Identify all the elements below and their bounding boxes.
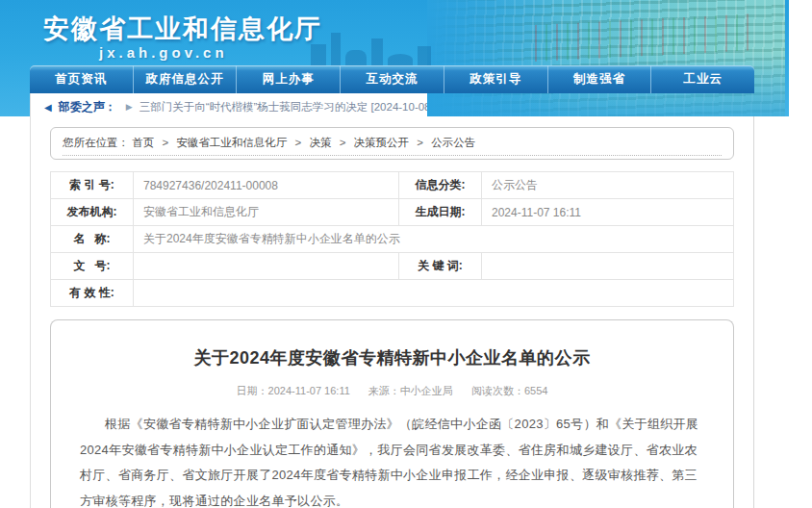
nav-item-interaction[interactable]: 互动交流: [340, 65, 444, 93]
article-meta: 日期：2024-11-07 16:11 来源：中小企业局 阅读次数：6554: [80, 384, 704, 398]
nav-item-home-news[interactable]: 首页资讯: [30, 65, 133, 93]
info-docnum-value: [134, 253, 399, 280]
document-info-table: 索 引 号: 784927436/202411-00008 信息分类: 公示公告…: [50, 171, 734, 307]
table-row: 文 号: 关 键 词:: [51, 253, 734, 280]
ticker-news-title: 三部门关于向“时代楷模”杨士莪同志学习的决定: [140, 101, 368, 113]
article-source: 来源：中小企业局: [368, 385, 453, 396]
nav-item-industry-cloud[interactable]: 工业云: [650, 65, 754, 93]
content-area: ◀ 部委之声： ▶ 三部门关于向“时代楷模”杨士莪同志学习的决定 [2024-1…: [30, 93, 754, 508]
info-agency-label: 发布机构:: [51, 199, 134, 226]
building-silhouette: [418, 46, 431, 65]
table-row: 索 引 号: 784927436/202411-00008 信息分类: 公示公告: [51, 172, 734, 199]
info-name-label: 名 称:: [51, 226, 134, 253]
building-silhouette: [331, 33, 341, 65]
building-silhouette: [388, 54, 413, 65]
nav-item-policy-guide[interactable]: 政策引导: [444, 65, 547, 93]
breadcrumb-separator: >: [417, 137, 423, 148]
ticker-news-date: [2024-10-08]: [371, 101, 434, 113]
arrow-right-icon: ▶: [126, 102, 133, 112]
info-gendate-label: 生成日期:: [399, 199, 482, 226]
info-keyword-value: [482, 253, 734, 280]
info-keyword-label: 关 键 词:: [399, 253, 482, 280]
page-canvas: 安徽省工业和信息化厅 jx.ah.gov.cn 首页资讯 政府信息公开 网上办事…: [0, 0, 812, 508]
article-source-label: 来源：: [368, 385, 400, 396]
speaker-icon: ◀: [44, 102, 52, 113]
article-paragraph: 根据《安徽省专精特新中小企业扩面认定管理办法》（皖经信中小企函〔2023〕65号…: [80, 412, 704, 508]
info-index-label: 索 引 号:: [51, 172, 134, 199]
table-row: 名 称: 关于2024年度安徽省专精特新中小企业名单的公示: [51, 226, 734, 253]
header-photo: [427, 0, 785, 116]
breadcrumb-pre-disclosure[interactable]: 决策预公开: [354, 137, 410, 148]
info-gendate-value: 2024-11-07 16:11: [482, 199, 734, 226]
article-views-value: 6554: [524, 385, 547, 396]
info-name-value: 关于2024年度安徽省专精特新中小企业名单的公示: [134, 226, 734, 253]
breadcrumb-separator: >: [340, 137, 346, 148]
article-views: 阅读次数：6554: [471, 385, 547, 396]
site-header: 安徽省工业和信息化厅 jx.ah.gov.cn: [30, 0, 754, 65]
breadcrumb-current: 公示公告: [431, 137, 475, 148]
nav-item-manufacturing-province[interactable]: 制造强省: [547, 65, 651, 93]
ticker-label: 部委之声：: [59, 99, 116, 115]
nav-item-online-services[interactable]: 网上办事: [236, 65, 340, 93]
building-silhouette: [371, 38, 383, 65]
table-row: 有 效 性:: [51, 280, 734, 307]
building-silhouette: [311, 44, 326, 65]
info-agency-value: 安徽省工业和信息化厅: [134, 199, 399, 226]
breadcrumb-line: 您所在位置： 首页 > 安徽省工业和信息化厅 > 决策 > 决策预公开 > 公示…: [63, 136, 722, 156]
nav-item-gov-info[interactable]: 政府信息公开: [133, 65, 237, 93]
info-category-label: 信息分类:: [399, 172, 482, 199]
breadcrumb-policy[interactable]: 决策: [309, 137, 331, 148]
breadcrumb-separator: >: [295, 137, 302, 148]
main-nav: 首页资讯 政府信息公开 网上办事 互动交流 政策引导 制造强省 工业云: [30, 65, 754, 93]
article-date: 日期：2024-11-07 16:11: [237, 385, 350, 396]
site-url: jx.ah.gov.cn: [99, 44, 228, 61]
info-docnum-label: 文 号:: [51, 253, 134, 280]
info-validity-value: [134, 280, 734, 307]
building-silhouette: [345, 50, 367, 65]
breadcrumb-separator: >: [162, 137, 168, 148]
article-box: 关于2024年度安徽省专精特新中小企业名单的公示 日期：2024-11-07 1…: [50, 319, 734, 508]
site-title: 安徽省工业和信息化厅: [43, 12, 322, 46]
ticker-news-link[interactable]: 三部门关于向“时代楷模”杨士莪同志学习的决定 [2024-10-08]: [140, 100, 434, 114]
info-validity-label: 有 效 性:: [51, 280, 134, 307]
city-skyline-silhouette: [311, 27, 431, 65]
page-column: 安徽省工业和信息化厅 jx.ah.gov.cn 首页资讯 政府信息公开 网上办事…: [30, 0, 754, 508]
breadcrumb-home[interactable]: 首页: [132, 137, 154, 148]
info-category-value: 公示公告: [482, 172, 734, 199]
article-date-value: 2024-11-07 16:11: [268, 385, 350, 396]
breadcrumb-label: 您所在位置：: [63, 137, 129, 148]
breadcrumb: 您所在位置： 首页 > 安徽省工业和信息化厅 > 决策 > 决策预公开 > 公示…: [50, 127, 734, 160]
breadcrumb-dept[interactable]: 安徽省工业和信息化厅: [176, 137, 287, 148]
article-source-value: 中小企业局: [400, 385, 453, 396]
article-body: 根据《安徽省专精特新中小企业扩面认定管理办法》（皖经信中小企函〔2023〕65号…: [80, 412, 704, 508]
article-title: 关于2024年度安徽省专精特新中小企业名单的公示: [80, 346, 704, 369]
info-index-value: 784927436/202411-00008: [134, 172, 399, 199]
article-views-label: 阅读次数：: [471, 385, 524, 396]
table-row: 发布机构: 安徽省工业和信息化厅 生成日期: 2024-11-07 16:11: [51, 199, 734, 226]
article-date-label: 日期：: [237, 385, 268, 396]
